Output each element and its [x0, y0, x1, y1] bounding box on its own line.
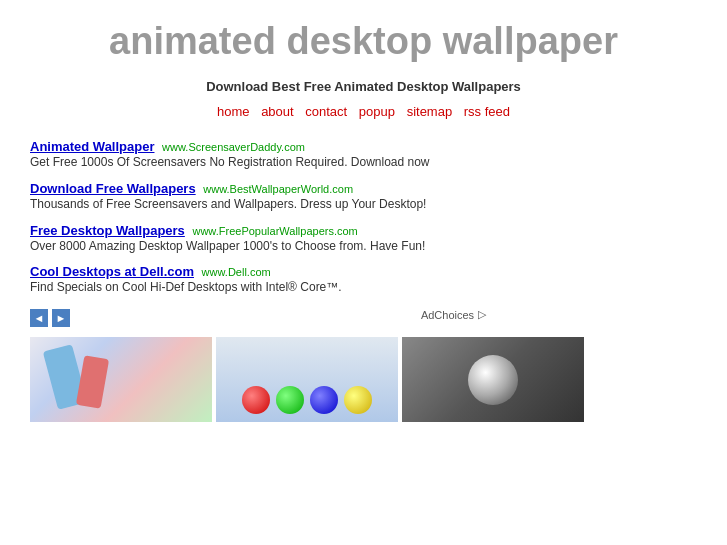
tagline: Download Best Free Animated Desktop Wall… [30, 79, 697, 94]
ad-url-2[interactable]: www.BestWallpaperWorld.com [203, 183, 353, 195]
ad-item-2: Download Free Wallpapers www.BestWallpap… [30, 181, 697, 213]
wallpaper-image-1[interactable] [30, 337, 212, 422]
ad-title-4[interactable]: Cool Desktops at Dell.com [30, 264, 194, 279]
next-button[interactable]: ► [52, 309, 70, 327]
adchoices-icon: ▷ [478, 308, 486, 321]
ad-nav: ◄ ► [30, 309, 70, 327]
ad-title-1[interactable]: Animated Wallpaper [30, 139, 154, 154]
prev-button[interactable]: ◄ [30, 309, 48, 327]
nav-sitemap[interactable]: sitemap [407, 104, 453, 119]
image-strip [30, 337, 697, 422]
wallpaper-image-3[interactable] [402, 337, 584, 422]
ad-url-4[interactable]: www.Dell.com [202, 266, 271, 278]
ad-url-3[interactable]: www.FreePopularWallpapers.com [192, 225, 357, 237]
adchoices-label: AdChoices ▷ [421, 308, 486, 321]
ad-item-1: Animated Wallpaper www.ScreensaverDaddy.… [30, 139, 697, 171]
ad-section: Animated Wallpaper www.ScreensaverDaddy.… [30, 139, 697, 296]
main-nav: home about contact popup sitemap rss fee… [30, 104, 697, 119]
wallpaper-image-2[interactable] [216, 337, 398, 422]
ad-desc-1: Get Free 1000s Of Screensavers No Regist… [30, 154, 697, 171]
ad-title-2[interactable]: Download Free Wallpapers [30, 181, 196, 196]
site-title: animated desktop wallpaper [30, 20, 697, 63]
ad-item-3: Free Desktop Wallpapers www.FreePopularW… [30, 223, 697, 255]
ad-desc-4: Find Specials on Cool Hi-Def Desktops wi… [30, 279, 697, 296]
nav-rss-feed[interactable]: rss feed [464, 104, 510, 119]
nav-popup[interactable]: popup [359, 104, 395, 119]
ad-desc-2: Thousands of Free Screensavers and Wallp… [30, 196, 697, 213]
ad-desc-3: Over 8000 Amazing Desktop Wallpaper 1000… [30, 238, 697, 255]
nav-contact[interactable]: contact [305, 104, 347, 119]
nav-home[interactable]: home [217, 104, 250, 119]
nav-about[interactable]: about [261, 104, 294, 119]
ad-item-4: Cool Desktops at Dell.com www.Dell.com F… [30, 264, 697, 296]
ad-url-1[interactable]: www.ScreensaverDaddy.com [162, 141, 305, 153]
ad-title-3[interactable]: Free Desktop Wallpapers [30, 223, 185, 238]
